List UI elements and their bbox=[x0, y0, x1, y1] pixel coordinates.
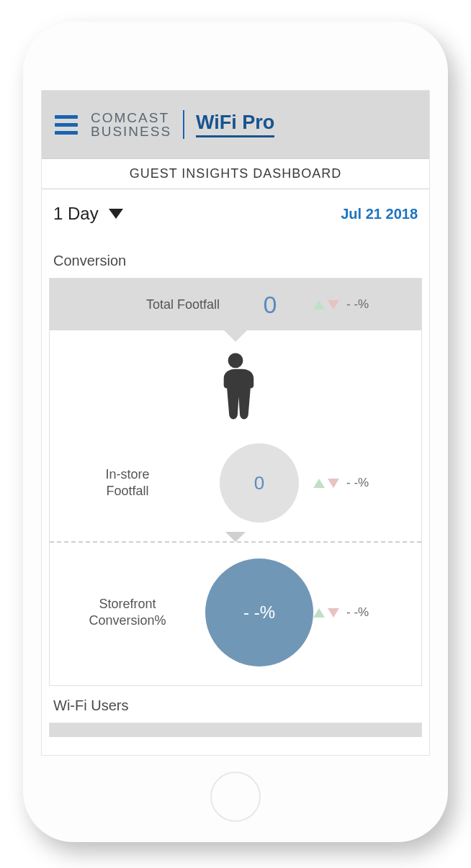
total-footfall-row: Total Footfall 0 - -% bbox=[50, 279, 421, 330]
svg-point-0 bbox=[228, 353, 243, 368]
time-range-dropdown[interactable]: 1 Day bbox=[53, 204, 123, 224]
page-title: GUEST INSIGHTS DASHBOARD bbox=[42, 158, 429, 189]
conversion-card: Total Footfall 0 - -% bbox=[49, 278, 422, 686]
menu-icon[interactable] bbox=[55, 115, 78, 135]
brand-divider bbox=[183, 110, 184, 139]
chevron-down-icon bbox=[109, 209, 123, 219]
trend-up-icon bbox=[313, 608, 325, 618]
phone-frame: COMCAST BUSINESS WiFi Pro GUEST INSIGHTS… bbox=[23, 22, 448, 842]
total-footfall-label: Total Footfall bbox=[50, 297, 227, 312]
brand-product: WiFi Pro bbox=[196, 112, 274, 137]
total-footfall-trend: - -% bbox=[313, 297, 421, 312]
home-button[interactable] bbox=[210, 772, 261, 822]
storefront-conversion-value: - -% bbox=[205, 559, 313, 666]
time-range-value: 1 Day bbox=[53, 204, 99, 224]
total-footfall-value: 0 bbox=[227, 291, 313, 319]
total-footfall-delta: - -% bbox=[346, 297, 369, 312]
wifi-users-section-title: Wi-Fi Users bbox=[49, 686, 422, 723]
filter-bar: 1 Day Jul 21 2018 bbox=[42, 189, 429, 234]
brand-line1: COMCAST bbox=[91, 111, 171, 125]
pointer-icon bbox=[225, 532, 246, 542]
storefront-conversion-row: Storefront Conversion% - -% - -% bbox=[50, 541, 421, 685]
trend-down-icon bbox=[328, 479, 339, 488]
app-header: COMCAST BUSINESS WiFi Pro bbox=[42, 91, 429, 158]
trend-down-icon bbox=[328, 608, 339, 618]
person-illustration bbox=[50, 330, 421, 430]
wifi-users-card bbox=[49, 723, 422, 737]
instore-footfall-row: In-store Footfall 0 - -% bbox=[50, 430, 421, 541]
pointer-icon bbox=[223, 329, 248, 342]
brand-comcast-business: COMCAST BUSINESS bbox=[91, 111, 171, 138]
trend-up-icon bbox=[313, 300, 325, 309]
storefront-conversion-trend: - -% bbox=[313, 605, 421, 620]
instore-footfall-delta: - -% bbox=[346, 476, 369, 490]
conversion-section-title: Conversion bbox=[49, 241, 422, 278]
storefront-conversion-label: Storefront Conversion% bbox=[50, 596, 205, 630]
date-picker[interactable]: Jul 21 2018 bbox=[341, 206, 418, 222]
instore-footfall-value: 0 bbox=[220, 443, 299, 523]
instore-footfall-label: In-store Footfall bbox=[50, 466, 205, 500]
content-area: Conversion Total Footfall 0 - -% bbox=[42, 234, 429, 737]
instore-footfall-trend: - -% bbox=[313, 476, 421, 490]
trend-down-icon bbox=[328, 300, 339, 309]
trend-up-icon bbox=[313, 479, 325, 488]
person-icon bbox=[214, 352, 257, 420]
brand-logo: COMCAST BUSINESS WiFi Pro bbox=[91, 110, 274, 139]
storefront-conversion-delta: - -% bbox=[346, 605, 369, 620]
screen: COMCAST BUSINESS WiFi Pro GUEST INSIGHTS… bbox=[41, 90, 430, 756]
brand-line2: BUSINESS bbox=[91, 125, 171, 138]
